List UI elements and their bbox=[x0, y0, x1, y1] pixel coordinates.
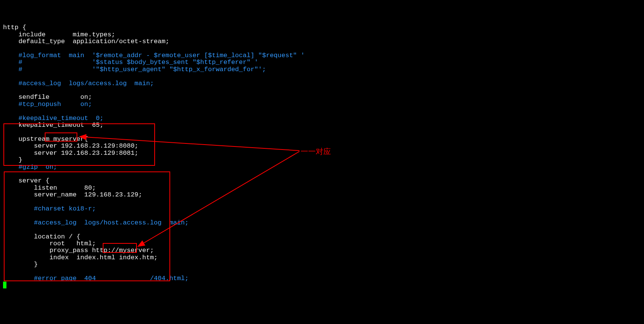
line: server 192.168.23.129:8080; bbox=[3, 142, 138, 150]
comment-line: #tcp_nopush on; bbox=[3, 101, 92, 108]
line: listen 80; bbox=[3, 184, 96, 192]
line: default_type application/octet-stream; bbox=[3, 38, 169, 45]
line: root html; bbox=[3, 240, 96, 247]
comment-line: #log_format main '$remote_addr - $remote… bbox=[3, 52, 305, 59]
line: keepalive_timeout 65; bbox=[3, 122, 103, 129]
comment-line: #access_log logs/access.log main; bbox=[3, 80, 154, 87]
comment-line: # '$status $body_bytes_sent "$http_refer… bbox=[3, 59, 258, 66]
line: } bbox=[3, 156, 22, 164]
proxy-upstream-name: myserver bbox=[119, 247, 150, 254]
upstream-name: myserver bbox=[53, 136, 85, 143]
line: include mime.types; bbox=[3, 31, 115, 38]
line: sendfile on; bbox=[3, 93, 92, 101]
comment-line: #error_page 404 /404.html; bbox=[3, 275, 189, 282]
line: location / { bbox=[3, 233, 80, 240]
line: server 192.168.23.129:8081; bbox=[3, 150, 138, 157]
line: } bbox=[3, 261, 38, 268]
terminal-cursor bbox=[3, 282, 6, 288]
code-block: http { include mime.types; default_type … bbox=[3, 17, 305, 282]
line: server { bbox=[3, 177, 49, 184]
line: server_name 129.168.23.129; bbox=[3, 191, 142, 198]
comment-line: #charset koi8-r; bbox=[3, 205, 96, 212]
line-proxy-pass: proxy_pass http://myserver; bbox=[3, 247, 154, 254]
comment-line: #access_log logs/host.access.log main; bbox=[3, 219, 189, 226]
comment-line: #keepalive_timeout 0; bbox=[3, 115, 103, 122]
line-upstream: upstream myserver{ bbox=[3, 136, 88, 143]
line: http { bbox=[3, 24, 26, 31]
comment-line: #gzip on; bbox=[3, 164, 57, 171]
line: index index.html index.htm; bbox=[3, 254, 158, 261]
comment-line: # '"$http_user_agent" "$http_x_forwarded… bbox=[3, 66, 266, 73]
annotation-label: 一一对应 bbox=[301, 146, 331, 157]
